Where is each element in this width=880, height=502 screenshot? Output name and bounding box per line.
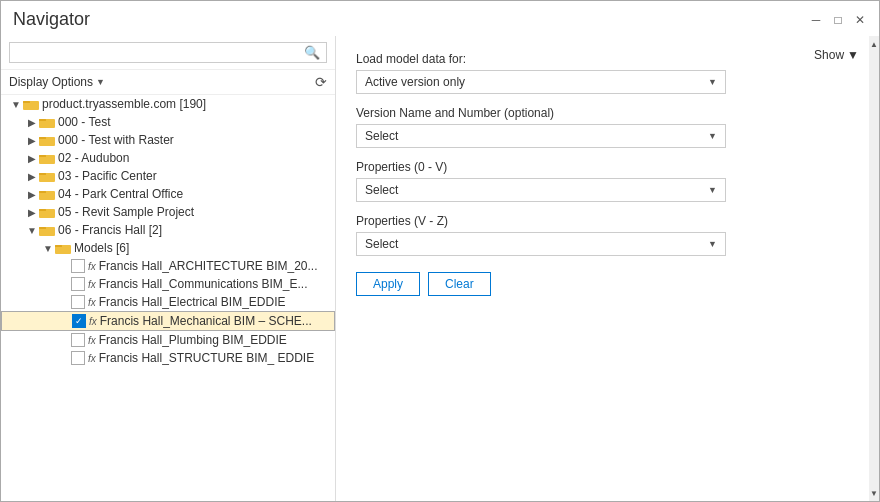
- tree-item[interactable]: ✓ fx Francis Hall_Mechanical BIM – SCHE.…: [1, 311, 335, 331]
- expand-arrow: [41, 243, 55, 254]
- chevron-down-icon: ▼: [708, 185, 717, 195]
- svg-rect-7: [39, 155, 46, 157]
- left-panel: 🔍 Display Options ▼ ⟳ prod: [1, 36, 336, 501]
- item-label: Francis Hall_Communications BIM_E...: [99, 277, 335, 291]
- version-name-group: Version Name and Number (optional) Selec…: [356, 106, 859, 148]
- item-label: 05 - Revit Sample Project: [58, 205, 335, 219]
- chevron-down-icon: ▼: [847, 48, 859, 62]
- tree-item[interactable]: 000 - Test with Raster: [1, 131, 335, 149]
- tree-item[interactable]: fx Francis Hall_ARCHITECTURE BIM_20...: [1, 257, 335, 275]
- close-button[interactable]: ✕: [853, 13, 867, 27]
- window-title: Navigator: [13, 9, 90, 30]
- scroll-up-arrow[interactable]: ▲: [869, 36, 879, 52]
- tree-item[interactable]: fx Francis Hall_Plumbing BIM_EDDIE: [1, 331, 335, 349]
- folder-icon: [39, 170, 55, 182]
- tree-root[interactable]: product.tryassemble.com [190]: [1, 95, 335, 113]
- item-label: 04 - Park Central Office: [58, 187, 335, 201]
- version-name-select[interactable]: Select ▼: [356, 124, 726, 148]
- load-model-group: Load model data for: Active version only…: [356, 52, 859, 94]
- clear-button[interactable]: Clear: [428, 272, 491, 296]
- properties-vz-label: Properties (V - Z): [356, 214, 859, 228]
- fx-icon: fx: [88, 297, 96, 308]
- minimize-button[interactable]: ─: [809, 13, 823, 27]
- svg-rect-11: [39, 191, 46, 193]
- fx-icon: fx: [88, 279, 96, 290]
- tree-item[interactable]: 03 - Pacific Center: [1, 167, 335, 185]
- svg-rect-15: [39, 227, 46, 229]
- model-checkbox[interactable]: [71, 333, 85, 347]
- tree-item[interactable]: 000 - Test: [1, 113, 335, 131]
- item-label: 03 - Pacific Center: [58, 169, 335, 183]
- right-scrollbar: ▲ ▼: [869, 36, 879, 501]
- fx-icon: fx: [88, 353, 96, 364]
- item-label: Models [6]: [74, 241, 335, 255]
- svg-rect-13: [39, 209, 46, 211]
- svg-rect-3: [39, 119, 46, 121]
- tree-item[interactable]: fx Francis Hall_Communications BIM_E...: [1, 275, 335, 293]
- tree-item[interactable]: 02 - Audubon: [1, 149, 335, 167]
- item-label: Francis Hall_STRUCTURE BIM_ EDDIE: [99, 351, 335, 365]
- expand-arrow: [9, 99, 23, 110]
- tree-item[interactable]: 06 - Francis Hall [2]: [1, 221, 335, 239]
- chevron-down-icon: ▼: [708, 77, 717, 87]
- apply-button[interactable]: Apply: [356, 272, 420, 296]
- maximize-button[interactable]: □: [831, 13, 845, 27]
- expand-arrow: [25, 135, 39, 146]
- item-label: Francis Hall_Plumbing BIM_EDDIE: [99, 333, 335, 347]
- display-options-button[interactable]: Display Options ▼: [9, 75, 105, 89]
- tree-items-container: 000 - Test 000 - Test with Raster 02 - A…: [1, 113, 335, 367]
- expand-arrow: [25, 153, 39, 164]
- tree-item[interactable]: fx Francis Hall_STRUCTURE BIM_ EDDIE: [1, 349, 335, 367]
- right-panel: Show ▼ Load model data for: Active versi…: [336, 36, 879, 501]
- model-checkbox[interactable]: [71, 295, 85, 309]
- svg-rect-9: [39, 173, 46, 175]
- properties-vz-select[interactable]: Select ▼: [356, 232, 726, 256]
- window-controls: ─ □ ✕: [809, 13, 867, 27]
- active-version-value: Active version only: [365, 75, 465, 89]
- folder-icon: [39, 134, 55, 146]
- folder-icon: [39, 152, 55, 164]
- expand-arrow: [25, 117, 39, 128]
- model-checkbox[interactable]: ✓: [72, 314, 86, 328]
- svg-rect-1: [23, 101, 30, 103]
- item-label: 06 - Francis Hall [2]: [58, 223, 335, 237]
- tree-item[interactable]: 04 - Park Central Office: [1, 185, 335, 203]
- show-button[interactable]: Show ▼: [814, 48, 859, 62]
- tree-item[interactable]: fx Francis Hall_Electrical BIM_EDDIE: [1, 293, 335, 311]
- display-options-label: Display Options: [9, 75, 93, 89]
- form-actions: Apply Clear: [356, 272, 859, 296]
- model-checkbox[interactable]: [71, 351, 85, 365]
- model-checkbox[interactable]: [71, 259, 85, 273]
- properties-vz-value: Select: [365, 237, 398, 251]
- search-input-wrap[interactable]: 🔍: [9, 42, 327, 63]
- tree-area: product.tryassemble.com [190] 000 - Test…: [1, 95, 335, 501]
- load-model-label: Load model data for:: [356, 52, 859, 66]
- item-label: 02 - Audubon: [58, 151, 335, 165]
- scroll-thumb: [870, 52, 878, 485]
- tree-item[interactable]: Models [6]: [1, 239, 335, 257]
- search-icon: 🔍: [304, 45, 320, 60]
- item-label: Francis Hall_Mechanical BIM – SCHE...: [100, 314, 334, 328]
- folder-icon: [39, 206, 55, 218]
- expand-arrow: [25, 207, 39, 218]
- folder-icon: [39, 224, 55, 236]
- chevron-down-icon: ▼: [708, 131, 717, 141]
- properties-0v-select[interactable]: Select ▼: [356, 178, 726, 202]
- navigator-window: Navigator ─ □ ✕ 🔍 Display Options ▼: [0, 0, 880, 502]
- search-input[interactable]: [16, 46, 304, 60]
- version-name-value: Select: [365, 129, 398, 143]
- refresh-icon[interactable]: ⟳: [315, 74, 327, 90]
- properties-0v-group: Properties (0 - V) Select ▼: [356, 160, 859, 202]
- display-options-bar: Display Options ▼ ⟳: [1, 70, 335, 95]
- main-content: 🔍 Display Options ▼ ⟳ prod: [1, 36, 879, 501]
- fx-icon: fx: [88, 261, 96, 272]
- tree-item[interactable]: 05 - Revit Sample Project: [1, 203, 335, 221]
- svg-rect-5: [39, 137, 46, 139]
- scroll-down-arrow[interactable]: ▼: [869, 485, 879, 501]
- model-checkbox[interactable]: [71, 277, 85, 291]
- active-version-select[interactable]: Active version only ▼: [356, 70, 726, 94]
- item-label: Francis Hall_Electrical BIM_EDDIE: [99, 295, 335, 309]
- properties-0v-value: Select: [365, 183, 398, 197]
- expand-arrow: [25, 225, 39, 236]
- root-label: product.tryassemble.com [190]: [42, 97, 335, 111]
